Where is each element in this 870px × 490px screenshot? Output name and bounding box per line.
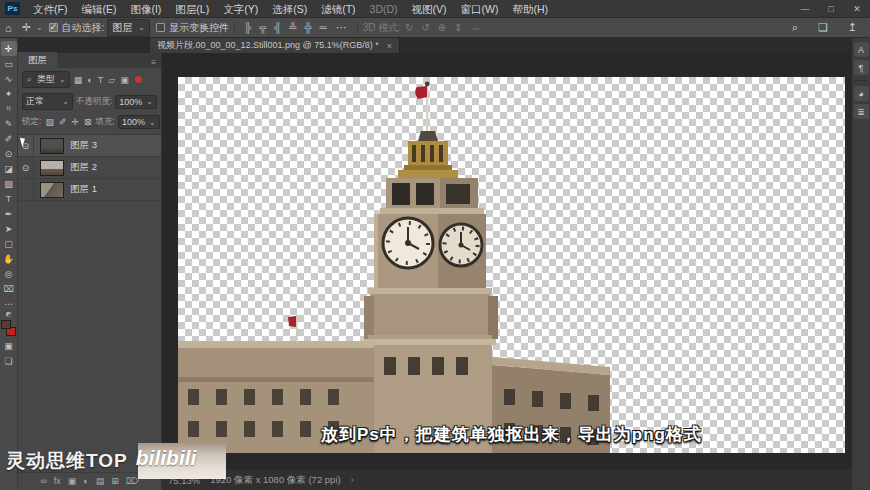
lock-row: 锁定: ▨ ✐ ✛ ⊠ 填充: 100% ⌄ [18, 112, 161, 131]
default-colors-icon[interactable]: ◩ [6, 311, 12, 318]
frame-tool[interactable]: ⌧ [1, 281, 17, 296]
crop-tool[interactable]: ⌗ [1, 101, 17, 116]
filter-type-icon[interactable]: T [97, 75, 105, 85]
separator [234, 21, 235, 35]
layer-thumbnail[interactable] [40, 160, 64, 176]
home-icon[interactable]: ⌂ [0, 22, 17, 34]
canvas-pasteboard[interactable]: 放到Ps中，把建筑单独抠出来，导出为png格式 [162, 53, 852, 470]
move-tool-icon[interactable]: ✛ [17, 21, 36, 34]
opacity-value: 100% [119, 97, 142, 107]
menu-file[interactable]: 文件(F) [26, 0, 74, 18]
document-canvas[interactable]: 放到Ps中，把建筑单独抠出来，导出为png格式 [178, 77, 845, 453]
tool-preset-chevron-icon[interactable]: ⌄ [36, 23, 43, 32]
photoshop-logo-icon: Ps [5, 2, 20, 15]
clone-stamp-tool[interactable]: ⊙ [1, 146, 17, 161]
layer-name[interactable]: 图层 1 [70, 183, 97, 196]
lock-position-icon[interactable]: ✛ [70, 117, 80, 127]
edit-toolbar-icon[interactable]: ⋯ [1, 296, 17, 311]
menu-3d[interactable]: 3D(D) [363, 0, 405, 18]
blend-mode-dropdown[interactable]: 正常 ⌄ [22, 93, 73, 110]
layer-name[interactable]: 图层 3 [70, 139, 97, 152]
lock-image-icon[interactable]: ✐ [58, 117, 68, 127]
minimize-button[interactable]: — [792, 0, 818, 18]
lasso-tool[interactable]: ∿ [1, 71, 17, 86]
layer-row-1[interactable]: 图层 1 [18, 179, 161, 201]
status-chevron-icon[interactable]: › [351, 475, 354, 485]
pen-tool[interactable]: ✒ [1, 206, 17, 221]
menu-select[interactable]: 选择(S) [265, 0, 314, 18]
menu-view[interactable]: 视图(V) [405, 0, 454, 18]
3d-slide-icon[interactable]: ⇕ [450, 22, 466, 33]
workspace-icon[interactable]: ❏ [813, 21, 833, 34]
quick-mask-icon[interactable]: ▣ [1, 338, 17, 353]
3d-scale-icon[interactable]: ⇔ [467, 22, 485, 33]
3d-roll-icon[interactable]: ↺ [417, 22, 433, 33]
eyedropper-tool[interactable]: ✎ [1, 116, 17, 131]
filter-pixel-icon[interactable]: ▦ [73, 75, 84, 85]
auto-select-dropdown[interactable]: 图层 ⌄ [107, 19, 150, 37]
hand-tool[interactable]: ✋ [1, 251, 17, 266]
fill-dropdown[interactable]: 100% ⌄ [118, 115, 160, 129]
visibility-eye-icon[interactable]: ⊙ [18, 157, 34, 178]
color-panel-icon[interactable]: ◕ [854, 86, 869, 101]
show-transform-checkbox[interactable] [156, 23, 165, 32]
menu-edit[interactable]: 编辑(E) [74, 0, 123, 18]
filter-smart-object-icon[interactable]: ▣ [119, 75, 130, 85]
paragraph-panel-icon[interactable]: ¶ [854, 60, 869, 75]
filter-type-dropdown[interactable]: ⌕ 类型 ⌄ [22, 71, 70, 88]
type-tool[interactable]: T [1, 191, 17, 206]
menu-image[interactable]: 图像(I) [123, 0, 168, 18]
3d-orbit-icon[interactable]: ↻ [401, 22, 417, 33]
layer-name[interactable]: 图层 2 [70, 161, 97, 174]
blend-mode-row: 正常 ⌄ 不透明度: 100% ⌄ [18, 90, 161, 112]
foreground-color-swatch[interactable] [1, 320, 11, 329]
document-info[interactable]: 1920 像素 x 1080 像素 (72 ppi) [210, 474, 340, 487]
align-top-icon[interactable]: ╩ [285, 22, 300, 33]
menu-window[interactable]: 窗口(W) [454, 0, 506, 18]
lock-all-icon[interactable]: ⊠ [83, 117, 93, 127]
align-right-icon[interactable]: ╣ [270, 22, 285, 33]
lock-transparent-icon[interactable]: ▨ [44, 117, 55, 127]
shape-tool[interactable]: ▢ [1, 236, 17, 251]
layer-row-2[interactable]: ⊙ 图层 2 [18, 157, 161, 179]
path-select-tool[interactable]: ➤ [1, 221, 17, 236]
layer-thumbnail[interactable] [40, 138, 64, 154]
document-tab[interactable]: 视频片段.00_00_00_12.Still001.png @ 75.1%(RG… [150, 38, 400, 53]
align-bottom-icon[interactable]: ═ [316, 22, 331, 33]
brush-tool[interactable]: ✐ [1, 131, 17, 146]
filter-type-label: 类型 [37, 73, 55, 86]
layer-row-3[interactable]: ⊙ 图层 3 [18, 135, 161, 157]
menu-help[interactable]: 帮助(H) [506, 0, 556, 18]
more-options-icon[interactable]: ⋯ [331, 21, 352, 34]
panel-menu-icon[interactable]: ≡ [146, 58, 161, 68]
filter-adjustment-icon[interactable]: ◐ [86, 75, 93, 85]
properties-panel-icon[interactable]: ≣ [854, 104, 869, 119]
opacity-dropdown[interactable]: 100% ⌄ [115, 95, 157, 109]
align-center-icon[interactable]: ╦ [255, 22, 270, 33]
tab-close-icon[interactable]: × [387, 41, 392, 51]
filter-toggle-icon[interactable] [135, 76, 142, 83]
3d-pan-icon[interactable]: ⊕ [434, 22, 450, 33]
quick-selection-tool[interactable]: ✦ [1, 86, 17, 101]
gradient-tool[interactable]: ▨ [1, 176, 17, 191]
share-icon[interactable]: ↥ [843, 21, 862, 34]
screen-mode-icon[interactable]: ❏ [1, 353, 17, 368]
menu-layer[interactable]: 图层(L) [168, 0, 216, 18]
auto-select-checkbox[interactable] [49, 23, 58, 32]
eraser-tool[interactable]: ◪ [1, 161, 17, 176]
close-button[interactable]: ✕ [844, 0, 870, 18]
layer-thumbnail[interactable] [40, 182, 64, 198]
maximize-button[interactable]: □ [818, 0, 844, 18]
character-panel-icon[interactable]: A [854, 42, 869, 57]
zoom-tool[interactable]: ◎ [1, 266, 17, 281]
filter-shape-icon[interactable]: ▱ [107, 75, 116, 85]
search-icon[interactable]: ⌕ [787, 21, 803, 34]
menu-type[interactable]: 文字(Y) [216, 0, 265, 18]
align-middle-icon[interactable]: ╬ [300, 22, 315, 33]
move-tool[interactable]: ✛ [1, 41, 17, 56]
layers-panel-tab[interactable]: 图层 [18, 52, 57, 68]
visibility-eye-empty[interactable] [18, 179, 34, 200]
marquee-tool[interactable]: ▭ [1, 56, 17, 71]
menu-filter[interactable]: 滤镜(T) [314, 0, 362, 18]
align-left-icon[interactable]: ╠ [240, 22, 255, 33]
